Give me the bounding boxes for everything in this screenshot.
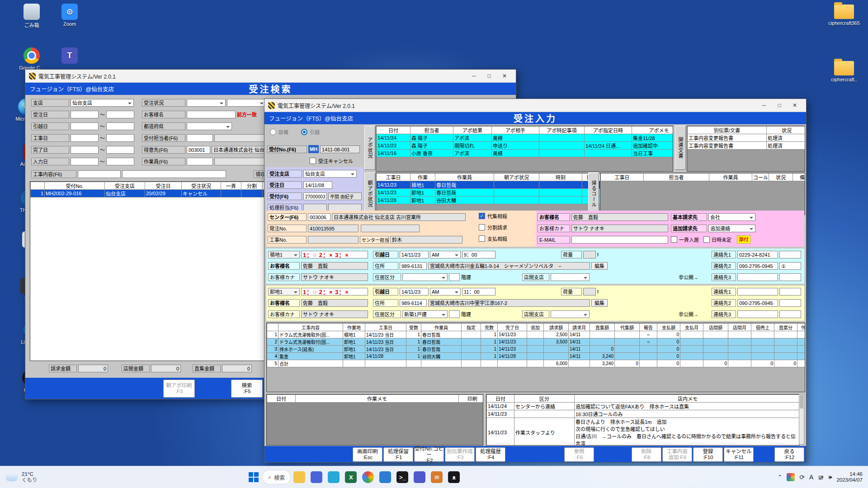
register-button[interactable]: 登録:F10 (693, 447, 723, 462)
type-radio-moving[interactable] (301, 129, 307, 135)
move-date-from[interactable] (71, 122, 99, 130)
store-memo-table[interactable]: 日付区分店内メモ14/11/24センターから連絡追加確認について返信FAXあり … (486, 394, 800, 446)
pickup-time[interactable]: 9：00 (462, 251, 495, 258)
reception-no-value[interactable]: 1411-08-001 (320, 145, 360, 153)
minimize-icon[interactable]: ─ (466, 71, 481, 81)
table-row[interactable]: 1ドラム式洗濯機取外(固...積地114/11/23 当日1春日哲哉114/11… (267, 331, 806, 338)
search-button[interactable]: 検索:F5 (231, 380, 263, 398)
morning-apo-table[interactable]: 工事日作業作業員朝アポ状況時刻日クレーム14/11/23積地1春日哲哉14/11… (376, 173, 618, 215)
complete-date-to[interactable] (106, 146, 134, 154)
tray-clock[interactable]: 14:46 2023/04/07 (836, 471, 863, 483)
desktop-icon-chrome[interactable]: Google C... (13, 47, 51, 70)
morning-apo-tab[interactable]: 朝アポ状況 (364, 173, 375, 215)
terminal-icon[interactable]: >_ (396, 471, 408, 483)
dropoff-site-select[interactable]: 卸地1 (268, 288, 300, 296)
dropoff-zip-input[interactable]: 989-6114 (400, 299, 427, 307)
desktop-icon-zoom[interactable]: ⊙Zoom (51, 4, 89, 27)
add-work-button[interactable]: 工事内容追加:F9 (662, 447, 692, 462)
back-button[interactable]: 戻る:F12 (774, 447, 804, 462)
related-docs-table[interactable]: 別伝票/文書状況工事内容変更報告書処理済工事内容変更報告書処理済 (687, 126, 805, 172)
work-no-input[interactable] (308, 236, 359, 244)
pickup-zip-input[interactable]: 989-6131 (400, 262, 427, 270)
dropoff-floors-input[interactable] (449, 310, 460, 318)
chat-icon[interactable] (311, 471, 322, 483)
table-row[interactable]: 14/11/23森 陽子期限切れ申送り14/11/24 日通...追加確認中 (377, 142, 674, 150)
apo-status-tab[interactable]: アポ状況 (364, 126, 375, 170)
pickup-housing-select[interactable] (402, 273, 448, 281)
customer-name-input[interactable] (187, 111, 236, 118)
move-date-to[interactable] (106, 122, 134, 130)
work-items-table[interactable]: 工事内容作業地工事日受数作業員指定完数完了日追加請求額請求月直集額代集額報告支払… (266, 323, 805, 392)
entry-date-from[interactable] (71, 158, 99, 165)
work-memo-table[interactable]: 日付作業メモ印刷 (266, 394, 483, 446)
pickup-contact2-extra[interactable]: ① (779, 262, 801, 270)
weather-widget[interactable]: 21°C くもり (0, 471, 114, 483)
pickup-contact3-input[interactable] (737, 273, 778, 281)
minimize-icon[interactable]: ─ (756, 100, 772, 110)
process-staff-code[interactable] (303, 204, 327, 211)
delete-button[interactable]: 削除:F8 (632, 447, 661, 462)
dropoff-edit-button[interactable]: 編集 (591, 299, 608, 307)
client-code-input[interactable]: 003001 (187, 146, 210, 154)
table-row[interactable]: 14/11/24センターから連絡追加確認について返信FAXあり 排水ホースは直集 (487, 403, 800, 410)
hold-button[interactable]: 処理保留:F1 (383, 447, 413, 462)
explorer-icon[interactable] (293, 471, 305, 483)
reference-button[interactable]: 参照:F6 (564, 447, 594, 462)
dropoff-contact1-extra[interactable] (779, 288, 801, 296)
dropoff-ampm-select[interactable]: AM (430, 288, 461, 296)
email-input[interactable] (571, 236, 668, 244)
dropoff-contact2-input[interactable]: 090-2795-0945 (737, 299, 778, 307)
attachment-badge[interactable]: 添付 (737, 235, 750, 244)
pickup-interstore-select[interactable] (551, 273, 590, 281)
cancel-button[interactable]: キャンセル:F11 (724, 447, 754, 462)
tray-sync-icon[interactable]: ⟳ (799, 474, 805, 481)
table-row[interactable]: 工事内容変更報告書処理済 (688, 134, 806, 142)
pickup-load-input[interactable] (583, 251, 596, 258)
morning-apo-print-button[interactable]: 朝アポ印刷:F3 (163, 380, 195, 398)
desktop-icon-teams[interactable]: T (51, 47, 89, 65)
center-code[interactable]: 003006 (308, 213, 330, 221)
table-row[interactable]: 14/11/23作業スタッフより春日さんより 排水ホース延長1m 追加 次の現場… (487, 418, 800, 446)
return-call-table[interactable]: 工事日担当者作業員コール状況備考 (600, 173, 805, 215)
excel-icon[interactable]: X (345, 471, 357, 483)
pickup-ampm-select[interactable]: AM (430, 251, 461, 258)
reception-staff-code[interactable] (187, 134, 213, 142)
dropoff-housing-select[interactable]: 新築1戸建 (402, 310, 448, 318)
work-content-code[interactable] (78, 170, 121, 178)
prefecture-select[interactable] (187, 122, 232, 130)
dropoff-contact1-input[interactable] (737, 288, 778, 296)
desktop-icon-recycle-bin[interactable]: ごみ箱 (13, 4, 51, 28)
copy-reception-no-button[interactable]: 受付No.コピー:F2 (414, 447, 444, 462)
worker-code-input[interactable] (187, 158, 213, 165)
pickup-contact1-input[interactable]: 0229-24-8241 (737, 251, 778, 258)
order-date-value[interactable]: 14/11/08 (303, 181, 332, 189)
apo-status-table[interactable]: 日付担当者アポ結果アポ相手アポ特記事項アポ指定日時アポメモ14/11/24森 陽… (376, 126, 673, 172)
related-docs-tab[interactable]: 関連文書 (675, 126, 686, 170)
start-button[interactable] (248, 471, 259, 483)
network-icon[interactable]: 🖳 (818, 474, 824, 481)
mail-icon[interactable]: ✉ (431, 471, 443, 483)
entry-date-to[interactable] (106, 158, 134, 165)
tray-photos-icon[interactable] (787, 473, 795, 481)
pickup-contact2-input[interactable]: 090-2795-0945 (737, 262, 778, 270)
datetime-tbd-checkbox[interactable] (703, 236, 710, 243)
order-date-to[interactable] (106, 111, 134, 118)
desktop-folder[interactable]: ciphercraft.. (824, 61, 864, 82)
table-row[interactable]: 14/11/16小原 香奈アポ済奥様当日工事 (377, 150, 674, 157)
pickup-contact1-extra[interactable] (779, 251, 801, 258)
tray-chevron-icon[interactable]: ⌃ (778, 474, 782, 480)
dropoff-interstore-select[interactable] (551, 310, 590, 318)
print-screen-button[interactable]: 画面印刷:Esc (353, 447, 382, 462)
dropoff-contact3-extra[interactable] (779, 310, 801, 318)
return-call-tab[interactable]: 帰るコール (588, 173, 599, 215)
table-row[interactable]: 14/11/28卸地1谷田大輔 (377, 197, 618, 204)
close-icon[interactable]: ✕ (497, 71, 512, 81)
table-row[interactable]: 5合計6,0003,240000002 (267, 360, 806, 367)
work-date-from[interactable] (71, 134, 99, 142)
table-row[interactable]: 4集金卸地114/11/281谷田大輔114/11/2814/113,2400 (267, 353, 806, 360)
volume-icon[interactable]: 🕪 (828, 474, 832, 481)
table-row[interactable]: 14/11/24森 陽子アポ済奥様集金11/28 (377, 134, 674, 142)
ime-indicator[interactable]: A (809, 474, 813, 481)
close-icon[interactable]: ✕ (787, 100, 802, 110)
reception-no-prefix[interactable]: MH (308, 145, 319, 153)
